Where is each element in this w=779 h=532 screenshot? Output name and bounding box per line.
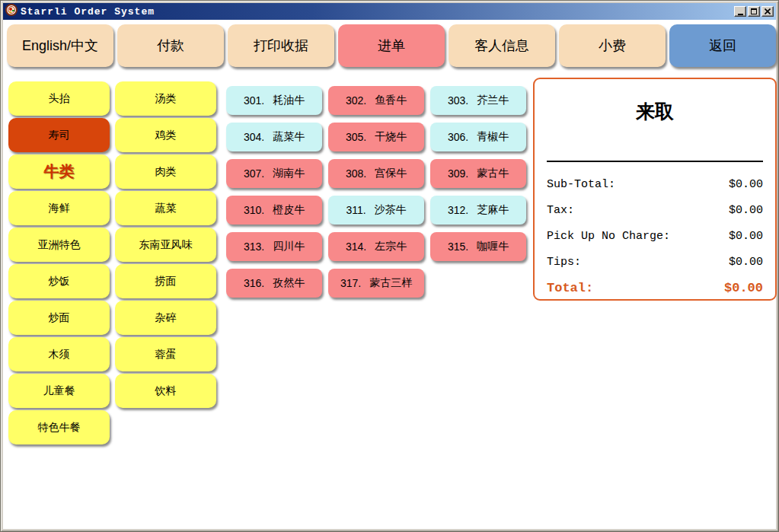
menu-item-number: 312. bbox=[448, 204, 468, 216]
toolbar-button-2[interactable]: 打印收据 bbox=[228, 24, 334, 67]
menu-item-number: 313. bbox=[244, 241, 264, 253]
menu-item-button-10[interactable]: 311.沙茶牛 bbox=[328, 196, 424, 225]
title-bar: Starrli Order System bbox=[3, 3, 776, 20]
menu-item-button-11[interactable]: 312.芝麻牛 bbox=[430, 196, 526, 225]
category-button-7[interactable]: 蔬菜 bbox=[115, 191, 216, 225]
category-button-6[interactable]: 海鲜 bbox=[8, 191, 110, 225]
menu-item-button-0[interactable]: 301.耗油牛 bbox=[226, 86, 322, 115]
menu-item-button-12[interactable]: 313.四川牛 bbox=[226, 232, 322, 261]
category-button-4[interactable]: 牛类 bbox=[8, 155, 110, 189]
menu-item-number: 311. bbox=[346, 204, 366, 216]
category-button-8[interactable]: 亚洲特色 bbox=[8, 228, 110, 262]
menu-item-button-5[interactable]: 306.青椒牛 bbox=[430, 123, 526, 151]
menu-item-button-15[interactable]: 316.孜然牛 bbox=[226, 269, 322, 298]
menu-item-label: 孜然牛 bbox=[273, 276, 305, 290]
receipt-row-label: Tax: bbox=[547, 204, 574, 217]
menu-item-label: 沙茶牛 bbox=[375, 203, 407, 217]
category-button-0[interactable]: 头抬 bbox=[8, 81, 110, 116]
category-button-18[interactable]: 特色牛餐 bbox=[8, 410, 110, 444]
menu-item-number: 316. bbox=[244, 277, 264, 289]
menu-item-number: 303. bbox=[448, 94, 468, 107]
close-button[interactable] bbox=[761, 6, 774, 17]
category-button-1[interactable]: 汤类 bbox=[115, 81, 216, 116]
menu-item-button-16[interactable]: 317.蒙古三样 bbox=[328, 269, 424, 298]
toolbar-button-6[interactable]: 返回 bbox=[669, 24, 776, 67]
category-button-13[interactable]: 杂碎 bbox=[115, 301, 216, 335]
category-button-16[interactable]: 儿童餐 bbox=[8, 374, 110, 408]
category-sidebar: 头抬汤类寿司鸡类牛类肉类海鲜蔬菜亚洲特色东南亚风味炒饭捞面炒面杂碎木须蓉蛋儿童餐… bbox=[8, 81, 216, 444]
category-button-3[interactable]: 鸡类 bbox=[115, 118, 216, 152]
category-button-17[interactable]: 饮料 bbox=[115, 374, 216, 408]
category-button-10[interactable]: 炒饭 bbox=[8, 264, 110, 298]
menu-item-button-3[interactable]: 304.蔬菜牛 bbox=[226, 123, 322, 151]
menu-item-label: 四川牛 bbox=[273, 240, 305, 253]
maximize-button[interactable] bbox=[748, 6, 760, 17]
menu-item-label: 左宗牛 bbox=[375, 240, 407, 253]
window-controls bbox=[734, 6, 774, 17]
category-button-11[interactable]: 捞面 bbox=[115, 264, 216, 298]
receipt-row-label: Total: bbox=[547, 281, 593, 295]
menu-item-label: 湖南牛 bbox=[273, 167, 305, 180]
receipt-row-value: $0.00 bbox=[729, 204, 763, 217]
menu-item-label: 蒙古牛 bbox=[477, 167, 509, 180]
category-button-12[interactable]: 炒面 bbox=[8, 301, 110, 335]
receipt-row-label: Tips: bbox=[547, 256, 581, 269]
receipt-divider bbox=[547, 161, 763, 162]
menu-item-button-6[interactable]: 307.湖南牛 bbox=[226, 159, 322, 188]
menu-item-number: 310. bbox=[244, 204, 264, 216]
menu-item-label: 宫保牛 bbox=[375, 167, 407, 180]
menu-item-number: 305. bbox=[346, 131, 366, 143]
close-icon bbox=[765, 8, 771, 14]
receipt-panel: 来取 Sub-Total:$0.00Tax:$0.00Pick Up No Ch… bbox=[533, 78, 777, 301]
category-button-5[interactable]: 肉类 bbox=[115, 155, 216, 189]
menu-item-button-8[interactable]: 309.蒙古牛 bbox=[430, 159, 526, 188]
menu-item-label: 耗油牛 bbox=[273, 94, 305, 107]
window-title: Starrli Order System bbox=[21, 6, 155, 18]
maximize-icon bbox=[751, 8, 757, 14]
menu-item-button-9[interactable]: 310.橙皮牛 bbox=[226, 196, 322, 225]
category-button-9[interactable]: 东南亚风味 bbox=[115, 228, 216, 262]
toolbar-button-5[interactable]: 小费 bbox=[559, 24, 666, 67]
toolbar: English/中文付款打印收据进单客人信息小费返回 bbox=[7, 24, 776, 67]
toolbar-button-4[interactable]: 客人信息 bbox=[449, 24, 555, 67]
menu-item-label: 青椒牛 bbox=[477, 130, 509, 144]
category-button-15[interactable]: 蓉蛋 bbox=[115, 337, 216, 371]
minimize-button[interactable] bbox=[734, 6, 746, 17]
toolbar-button-0[interactable]: English/中文 bbox=[7, 24, 113, 67]
menu-item-label: 芝麻牛 bbox=[477, 203, 509, 217]
receipt-row-3: Tips:$0.00 bbox=[547, 249, 763, 275]
menu-item-number: 301. bbox=[244, 94, 264, 107]
category-button-14[interactable]: 木须 bbox=[8, 337, 110, 371]
receipt-row-value: $0.00 bbox=[729, 230, 763, 243]
toolbar-button-1[interactable]: 付款 bbox=[117, 24, 224, 67]
receipt-row-4: Total:$0.00 bbox=[547, 275, 763, 301]
receipt-row-label: Pick Up No Charge: bbox=[547, 230, 670, 243]
menu-item-label: 鱼香牛 bbox=[375, 94, 407, 107]
menu-item-label: 干烧牛 bbox=[375, 130, 407, 144]
menu-item-button-2[interactable]: 303.芥兰牛 bbox=[430, 86, 526, 115]
menu-item-button-1[interactable]: 302.鱼香牛 bbox=[328, 86, 424, 115]
menu-item-label: 芥兰牛 bbox=[477, 94, 509, 107]
menu-item-label: 橙皮牛 bbox=[273, 203, 305, 217]
order-type-title: 来取 bbox=[535, 99, 775, 124]
receipt-row-value: $0.00 bbox=[729, 178, 763, 191]
app-icon bbox=[5, 4, 18, 19]
menu-item-number: 315. bbox=[448, 241, 468, 253]
receipt-row-value: $0.00 bbox=[724, 281, 763, 295]
menu-item-button-4[interactable]: 305.干烧牛 bbox=[328, 123, 424, 151]
menu-item-number: 302. bbox=[346, 94, 366, 107]
menu-item-number: 314. bbox=[346, 241, 366, 253]
receipt-row-2: Pick Up No Charge:$0.00 bbox=[547, 223, 763, 249]
menu-item-number: 308. bbox=[346, 167, 366, 180]
toolbar-button-3[interactable]: 进单 bbox=[338, 24, 445, 67]
category-button-2[interactable]: 寿司 bbox=[8, 118, 110, 152]
receipt-rows: Sub-Total:$0.00Tax:$0.00Pick Up No Charg… bbox=[547, 171, 763, 301]
menu-item-button-14[interactable]: 315.咖喱牛 bbox=[430, 232, 526, 261]
menu-item-label: 蔬菜牛 bbox=[273, 130, 305, 144]
menu-item-number: 307. bbox=[244, 167, 264, 180]
menu-item-button-7[interactable]: 308.宫保牛 bbox=[328, 159, 424, 188]
menu-item-number: 306. bbox=[448, 131, 468, 143]
menu-item-label: 咖喱牛 bbox=[477, 240, 509, 253]
menu-item-button-13[interactable]: 314.左宗牛 bbox=[328, 232, 424, 261]
receipt-row-0: Sub-Total:$0.00 bbox=[547, 171, 763, 197]
